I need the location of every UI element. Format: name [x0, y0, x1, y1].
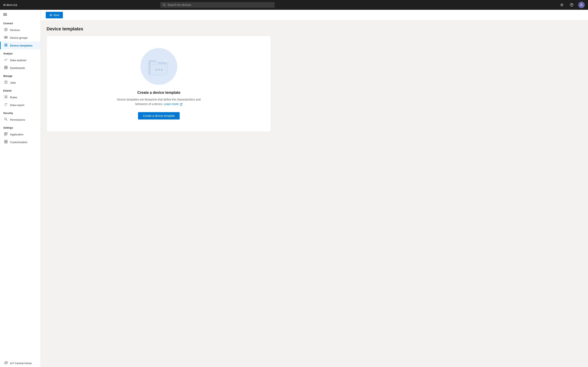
devices-icon — [4, 28, 8, 32]
svg-point-56 — [161, 69, 163, 71]
svg-rect-53 — [150, 62, 158, 65]
search-input[interactable] — [167, 3, 272, 7]
svg-rect-20 — [4, 68, 6, 69]
sidebar-item-jobs[interactable]: Jobs — [0, 79, 41, 86]
svg-rect-45 — [4, 362, 6, 364]
search-bar[interactable] — [160, 2, 275, 8]
folder-illustration — [147, 56, 171, 77]
new-button[interactable]: New — [46, 12, 63, 18]
svg-rect-16 — [5, 45, 6, 46]
content-area: Device templates — [41, 21, 588, 367]
toolbar: New — [41, 10, 588, 21]
search-icon — [163, 3, 166, 7]
svg-point-58 — [164, 60, 164, 60]
rules-icon — [4, 95, 8, 99]
gear-icon — [560, 3, 564, 7]
device-templates-icon — [4, 43, 8, 48]
help-icon — [570, 3, 573, 7]
hamburger-button[interactable] — [0, 10, 41, 19]
svg-rect-19 — [6, 66, 7, 67]
section-label-extend: Extend — [0, 86, 41, 93]
sidebar-item-label: Jobs — [10, 81, 16, 84]
sidebar-item-label: Devices — [10, 29, 20, 32]
sidebar-item-label: Rules — [10, 96, 17, 99]
app-name: tti-docs-ica — [3, 3, 17, 7]
section-label-security: Security — [0, 109, 41, 116]
hamburger-icon — [3, 13, 7, 16]
create-device-template-button[interactable]: Create a device template — [138, 112, 180, 119]
sidebar-item-label: Dashboards — [10, 67, 25, 69]
sidebar-item-device-groups[interactable]: Device groups — [0, 34, 41, 42]
empty-card-title: Create a device template — [137, 91, 180, 95]
svg-rect-36 — [4, 133, 6, 134]
svg-rect-44 — [6, 142, 7, 143]
settings-button[interactable] — [559, 2, 565, 8]
svg-rect-13 — [4, 38, 7, 39]
sidebar-item-rules[interactable]: Rules — [0, 93, 41, 101]
svg-point-57 — [165, 60, 166, 61]
sidebar-item-label: Application — [10, 133, 24, 136]
svg-rect-12 — [4, 37, 7, 38]
sidebar-item-iot-central-home[interactable]: IoT Central Home — [0, 359, 41, 367]
sidebar: Connect Devices Device groups — [0, 10, 41, 367]
svg-point-9 — [4, 28, 7, 31]
svg-rect-47 — [6, 363, 7, 364]
section-label-manage: Manage — [0, 72, 41, 79]
section-label-settings: Settings — [0, 124, 41, 131]
svg-rect-41 — [4, 140, 6, 142]
svg-point-55 — [158, 69, 160, 71]
avatar[interactable] — [578, 2, 585, 8]
help-button[interactable] — [568, 2, 575, 8]
sidebar-item-label: Permissions — [10, 118, 25, 121]
sidebar-item-customization[interactable]: Customization — [0, 138, 41, 146]
sidebar-item-application[interactable]: Application — [0, 131, 41, 138]
learn-more-link[interactable]: Learn more — [164, 102, 182, 106]
dashboards-icon — [4, 66, 8, 70]
plus-icon — [49, 14, 52, 17]
svg-rect-22 — [5, 81, 7, 83]
svg-point-2 — [561, 4, 562, 5]
topbar: tti-docs-ica — [0, 0, 588, 10]
data-export-icon — [4, 103, 8, 107]
section-label-analyze: Analyze — [0, 49, 41, 56]
sidebar-item-label: Device groups — [10, 36, 27, 39]
svg-rect-46 — [6, 361, 7, 362]
svg-point-54 — [155, 69, 157, 71]
sidebar-item-label: Data explorer — [10, 59, 26, 62]
page-title: Device templates — [47, 26, 582, 32]
empty-illustration — [140, 48, 177, 85]
main-content: New Device templates — [41, 10, 588, 367]
sidebar-item-permissions[interactable]: Permissions — [0, 116, 41, 124]
sidebar-item-dashboards[interactable]: Dashboards — [0, 64, 41, 72]
svg-rect-21 — [6, 68, 7, 69]
sidebar-item-data-export[interactable]: Data export — [0, 101, 41, 109]
data-explorer-icon — [4, 58, 8, 62]
svg-point-10 — [5, 29, 7, 30]
user-icon — [580, 3, 583, 7]
layout: Connect Devices Device groups — [0, 10, 588, 367]
svg-point-5 — [581, 4, 582, 5]
permissions-icon — [4, 118, 8, 122]
sidebar-item-data-explorer[interactable]: Data explorer — [0, 56, 41, 64]
device-groups-icon — [4, 36, 8, 40]
svg-point-26 — [6, 96, 7, 96]
svg-rect-37 — [6, 133, 7, 134]
sidebar-item-devices[interactable]: Devices — [0, 26, 41, 34]
svg-rect-14 — [5, 44, 6, 45]
svg-rect-15 — [6, 44, 7, 45]
sidebar-item-device-templates[interactable]: Device templates — [0, 42, 41, 49]
svg-rect-18 — [4, 66, 6, 67]
customization-icon — [4, 140, 8, 144]
iot-central-home-icon — [4, 361, 8, 365]
svg-rect-11 — [4, 36, 7, 37]
empty-state-card: Create a device template Device template… — [47, 36, 271, 132]
svg-rect-17 — [6, 45, 7, 46]
sidebar-item-label: IoT Central Home — [10, 362, 32, 365]
external-link-icon — [180, 103, 182, 106]
svg-rect-38 — [4, 134, 6, 135]
svg-line-35 — [6, 120, 7, 121]
sidebar-item-label: Device templates — [10, 44, 33, 47]
svg-rect-42 — [6, 140, 7, 142]
section-label-connect: Connect — [0, 19, 41, 26]
svg-point-25 — [5, 96, 6, 96]
